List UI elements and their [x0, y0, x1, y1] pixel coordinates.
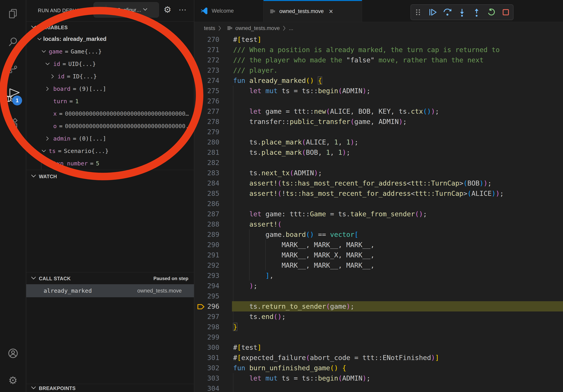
- chevron-right-icon[interactable]: [45, 136, 50, 142]
- code-line-302[interactable]: 302fun burn_unfinished_game() {: [194, 363, 563, 373]
- code-line-280[interactable]: 280 ts.place_mark(ALICE, 1, 1);: [194, 137, 563, 147]
- code-line-285[interactable]: 285 assert!(!ts::has_most_recent_for_add…: [194, 188, 563, 198]
- code-line-293[interactable]: 293 ],: [194, 270, 563, 281]
- code-line-276[interactable]: 276: [194, 96, 563, 106]
- code-line-278[interactable]: 278 transfer::public_transfer(game, ADMI…: [194, 117, 563, 127]
- line-number[interactable]: 293: [194, 270, 219, 281]
- line-number[interactable]: 294: [194, 281, 219, 291]
- variable-row-id[interactable]: id=ID{...}: [26, 70, 194, 82]
- line-number[interactable]: 291: [194, 250, 219, 260]
- stop-icon[interactable]: [500, 7, 512, 18]
- code-line-296[interactable]: 296 ts.return_to_sender(game);: [194, 301, 563, 312]
- variable-row-turn[interactable]: turn=1: [26, 95, 194, 107]
- code-line-283[interactable]: 283 ts.next_tx(ADMIN);: [194, 168, 563, 178]
- code-area[interactable]: 270#[test]271/// When a position is alre…: [194, 34, 563, 392]
- line-number[interactable]: 283: [194, 168, 219, 178]
- code-line-274[interactable]: 274fun already_marked() {: [194, 75, 563, 86]
- code-line-301[interactable]: 301#[expected_failure(abort_code = ttt::…: [194, 353, 563, 363]
- chevron-down-icon[interactable]: [143, 7, 148, 13]
- line-number[interactable]: 271: [194, 45, 219, 55]
- activity-item-settings[interactable]: ⚙: [0, 369, 26, 391]
- code-line-282[interactable]: 282: [194, 157, 563, 168]
- line-number[interactable]: 292: [194, 260, 219, 270]
- variable-row[interactable]: locals: already_marked: [26, 33, 194, 45]
- variable-row-txn_number[interactable]: txn_number=5: [26, 157, 194, 170]
- chevron-right-icon[interactable]: [45, 86, 50, 92]
- variable-row-game[interactable]: game=Game{...}: [26, 45, 194, 58]
- line-number[interactable]: 277: [194, 106, 219, 117]
- breadcrumb-file[interactable]: owned_tests.move: [235, 25, 280, 31]
- variable-row-o[interactable]: o=00000000000000000000000000000000000.: [26, 120, 194, 132]
- line-number[interactable]: 280: [194, 137, 219, 147]
- line-number[interactable]: 272: [194, 55, 219, 65]
- line-number[interactable]: 276: [194, 96, 219, 106]
- line-number[interactable]: 284: [194, 178, 219, 188]
- variable-row-ts[interactable]: ts=Scenario{...}: [26, 145, 194, 157]
- code-line-299[interactable]: 299: [194, 332, 563, 342]
- chevron-down-icon[interactable]: [41, 49, 46, 55]
- chevron-right-icon[interactable]: [50, 74, 55, 80]
- call-stack-frame-row[interactable]: already_marked owned_tests.move: [26, 284, 194, 297]
- variable-row-x[interactable]: x=00000000000000000000000000000000000…: [26, 107, 194, 120]
- line-number[interactable]: 302: [194, 363, 219, 373]
- call-stack-section-header[interactable]: CALL STACK Paused on step: [26, 272, 194, 285]
- code-line-277[interactable]: 277 let game = ttt::new(ALICE, BOB, KEY,…: [194, 106, 563, 117]
- variable-row-admin[interactable]: admin=(0)[...]: [26, 132, 194, 145]
- tab-welcome[interactable]: Welcome: [194, 0, 264, 22]
- line-number[interactable]: 288: [194, 219, 219, 229]
- code-line-287[interactable]: 287 let game: ttt::Game = ts.take_from_s…: [194, 209, 563, 219]
- line-number[interactable]: 300: [194, 342, 219, 353]
- line-number[interactable]: 289: [194, 229, 219, 240]
- code-line-298[interactable]: 298}: [194, 322, 563, 332]
- line-number[interactable]: 279: [194, 127, 219, 137]
- code-line-279[interactable]: 279: [194, 127, 563, 137]
- code-line-286[interactable]: 286: [194, 198, 563, 209]
- step-into-icon[interactable]: [456, 7, 468, 18]
- code-line-290[interactable]: 290 MARK__, MARK__, MARK__,: [194, 240, 563, 250]
- code-line-281[interactable]: 281 ts.place_mark(BOB, 1, 1);: [194, 147, 563, 157]
- line-number[interactable]: 282: [194, 157, 219, 168]
- chevron-down-icon[interactable]: [45, 61, 50, 67]
- code-line-297[interactable]: 297 ts.end();: [194, 312, 563, 322]
- code-line-295[interactable]: 295: [194, 291, 563, 301]
- line-number[interactable]: 304: [194, 383, 219, 392]
- line-number[interactable]: 296: [194, 301, 219, 312]
- start-debug-icon[interactable]: [94, 7, 106, 13]
- line-number[interactable]: 278: [194, 117, 219, 127]
- code-line-288[interactable]: 288 assert!(: [194, 219, 563, 229]
- code-line-291[interactable]: 291 MARK__, MARK_X, MARK__,: [194, 250, 563, 260]
- line-number[interactable]: 295: [194, 291, 219, 301]
- line-number[interactable]: 281: [194, 147, 219, 157]
- line-number[interactable]: 301: [194, 353, 219, 363]
- variable-row-board[interactable]: board=(9)[...]: [26, 82, 194, 95]
- tab-owned_tests-move[interactable]: owned_tests.move×: [264, 0, 362, 22]
- step-out-icon[interactable]: [471, 7, 482, 18]
- line-number[interactable]: 270: [194, 34, 219, 45]
- line-number[interactable]: 285: [194, 188, 219, 198]
- gear-icon[interactable]: ⚙: [162, 3, 173, 16]
- close-icon[interactable]: ×: [329, 8, 333, 15]
- code-line-304[interactable]: 304: [194, 383, 563, 392]
- code-line-303[interactable]: 303 let mut ts = ts::begin(ADMIN);: [194, 373, 563, 383]
- activity-item-explorer[interactable]: [0, 3, 26, 25]
- code-line-272[interactable]: 272/// the player who made the "false" m…: [194, 55, 563, 65]
- more-actions-icon[interactable]: ⋯: [177, 3, 188, 16]
- activity-item-extensions[interactable]: [0, 113, 26, 134]
- activity-item-source-control[interactable]: [0, 58, 26, 80]
- code-line-292[interactable]: 292 MARK__, MARK__, MARK__,: [194, 260, 563, 270]
- continue-icon[interactable]: [427, 7, 438, 18]
- chevron-down-icon[interactable]: [41, 148, 46, 154]
- launch-config-control[interactable]: No Configur…: [93, 2, 159, 18]
- code-line-271[interactable]: 271/// When a position is already marked…: [194, 45, 563, 55]
- variables-section-header[interactable]: VARIABLES: [26, 21, 194, 33]
- variable-row-id[interactable]: id=UID{...}: [26, 58, 194, 70]
- step-over-icon[interactable]: [442, 7, 453, 18]
- line-number[interactable]: 286: [194, 198, 219, 209]
- config-dropdown[interactable]: No Configur…: [109, 7, 141, 13]
- code-line-300[interactable]: 300#[test]: [194, 342, 563, 353]
- code-line-275[interactable]: 275 let mut ts = ts::begin(ADMIN);: [194, 86, 563, 96]
- code-line-289[interactable]: 289 game.board() == vector[: [194, 229, 563, 240]
- line-number[interactable]: 297: [194, 312, 219, 322]
- line-number[interactable]: 290: [194, 240, 219, 250]
- code-line-284[interactable]: 284 assert!(ts::has_most_recent_for_addr…: [194, 178, 563, 188]
